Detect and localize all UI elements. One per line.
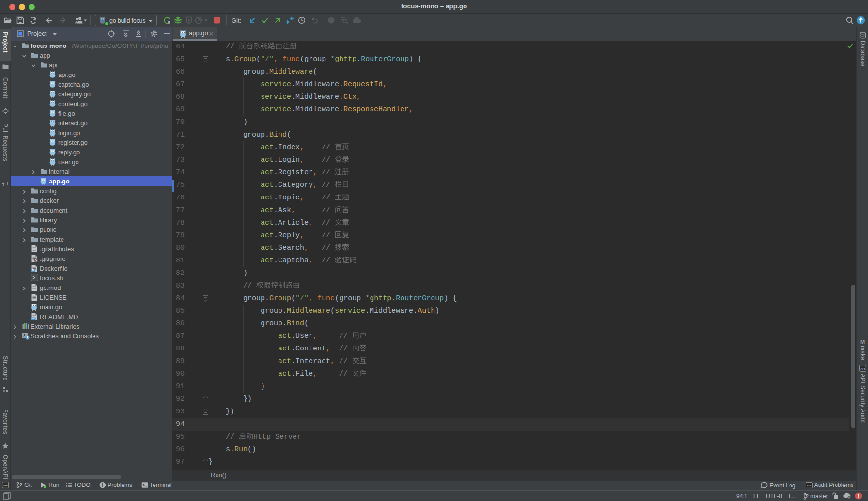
svg-text:API: API: [807, 484, 811, 487]
